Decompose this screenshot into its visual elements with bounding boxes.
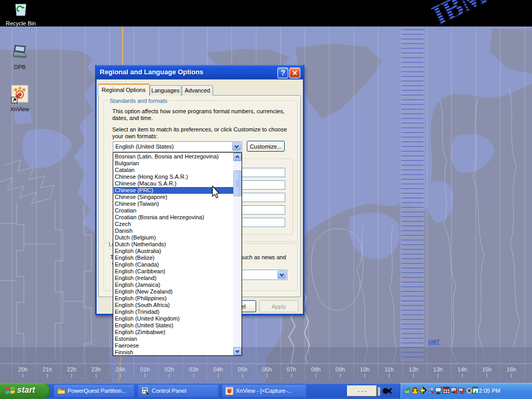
svg-text:16h: 16h — [507, 366, 516, 373]
svg-text:02h: 02h — [165, 366, 174, 373]
svg-text:06h: 06h — [262, 366, 272, 373]
svg-text:01h: 01h — [140, 366, 150, 373]
svg-text:15h: 15h — [482, 366, 491, 373]
svg-text:13h: 13h — [433, 366, 443, 373]
svg-text:14h: 14h — [458, 366, 467, 373]
svg-text:GMT: GMT — [428, 339, 440, 345]
svg-text:05h: 05h — [238, 366, 247, 373]
svg-text:21h: 21h — [43, 366, 52, 373]
svg-text:20h: 20h — [18, 366, 28, 373]
svg-text:22h: 22h — [67, 366, 76, 373]
svg-text:03h: 03h — [189, 366, 198, 373]
svg-text:09h: 09h — [336, 366, 345, 373]
svg-text:11h: 11h — [384, 366, 394, 373]
svg-text:07h: 07h — [287, 366, 296, 373]
svg-text:10h: 10h — [360, 366, 369, 373]
svg-text:23h: 23h — [91, 366, 101, 373]
svg-text:08h: 08h — [311, 366, 321, 373]
svg-text:12h: 12h — [409, 366, 418, 373]
svg-text:04h: 04h — [214, 366, 223, 373]
svg-text:24h: 24h — [116, 366, 125, 373]
